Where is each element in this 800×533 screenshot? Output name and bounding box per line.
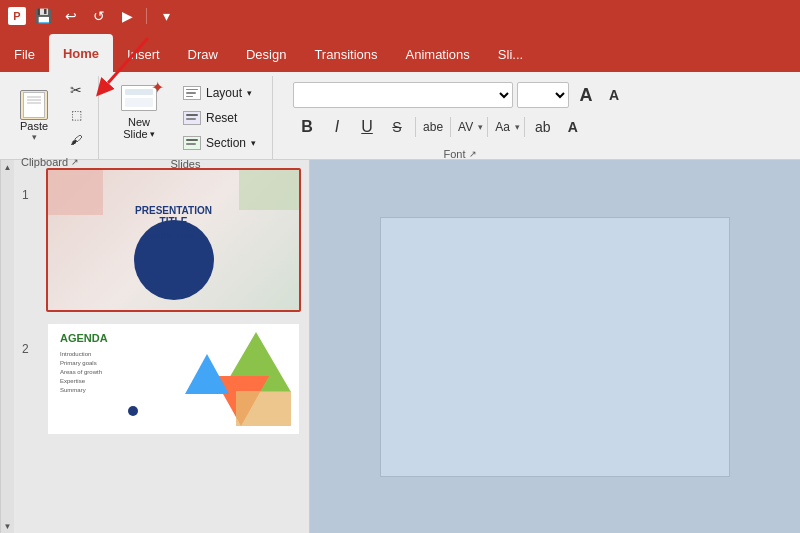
copy-button[interactable]: ⬚ [62,103,90,127]
app-icon: P [8,7,26,25]
clipboard-expand-icon[interactable]: ↗ [71,157,79,167]
slide-label: Slide ▾ [123,128,154,140]
slide-2-text: Introduction Primary goals Areas of grow… [60,350,102,395]
slide-number-1: 1 [22,168,38,202]
slide-2-image: AGENDA Introduction Primary goals Areas … [48,324,299,434]
tab-home[interactable]: Home [49,34,113,72]
font-row-2: B I U S abe AV ▾ Aa ▾ ab A [293,114,627,140]
paste-paper-icon [23,92,45,118]
clipboard-small-buttons: ✂ ⬚ 🖌 [62,78,90,152]
tab-transitions[interactable]: Transitions [300,36,391,72]
scroll-down-arrow[interactable]: ▼ [1,519,15,533]
slide1-green-rect [239,170,299,210]
main-area: ▲ ▼ 1 PRESENTATION TITLE Subtitle Name [0,160,800,533]
increase-font-size-button[interactable]: A [573,82,599,108]
paste-dropdown-arrow: ▾ [32,132,37,142]
case-label: Aa [492,120,513,134]
slides-group-content: ✦ New Slide ▾ [109,78,262,158]
section-button[interactable]: Section ▾ [177,132,262,154]
ribbon-group-clipboard: Paste ▾ ✂ ⬚ 🖌 Clipboard ↗ [0,76,99,159]
new-slide-dropdown-icon: ▾ [150,129,155,139]
ribbon-tabs: File Home Insert Draw Design Transitions… [0,32,800,72]
slide-2-thumbnail[interactable]: AGENDA Introduction Primary goals Areas … [46,322,301,436]
format-painter-icon: 🖌 [70,133,82,147]
tab-insert[interactable]: Insert [113,36,174,72]
copy-icon: ⬚ [71,108,82,122]
clipboard-content: Paste ▾ ✂ ⬚ 🖌 [10,78,90,156]
cut-icon: ✂ [70,82,82,98]
slide-canvas [380,217,730,477]
slide-1-thumbnail[interactable]: PRESENTATION TITLE Subtitle Name [46,168,301,312]
font-row-1: A A [293,82,627,108]
format-painter-button[interactable]: 🖌 [62,128,90,152]
font-size-buttons: A A [573,82,627,108]
ribbon-group-slides: ✦ New Slide ▾ [99,76,273,159]
format-separator-2 [450,117,451,137]
clipboard-group-label: Clipboard ↗ [10,156,90,170]
title-bar: P 💾 ↩ ↺ ▶ ▾ [0,0,800,32]
list-item: 2 AGENDA Introduction Primary goals Area… [22,322,301,436]
font-size-select[interactable] [517,82,569,108]
reset-button[interactable]: Reset [177,107,262,129]
font-group-content: A A B I U S abe AV ▾ Aa ▾ [281,78,639,148]
font-color-icon: A [568,119,578,135]
decrease-font-size-button[interactable]: A [601,82,627,108]
italic-button[interactable]: I [323,114,351,140]
font-family-select[interactable] [293,82,513,108]
font-color-button[interactable]: A [559,114,587,140]
bold-button[interactable]: B [293,114,321,140]
tab-design[interactable]: Design [232,36,300,72]
char-spacing-label: AV [455,120,476,134]
slide2-blue-triangle [185,354,229,394]
cut-button[interactable]: ✂ [62,78,90,102]
clear-formatting-button[interactable]: ab [529,114,557,140]
new-slide-label: New [128,116,150,128]
strikethrough-button[interactable]: S [383,114,411,140]
canvas-area [310,160,800,533]
slide2-yellow-rect [236,391,291,426]
paste-icon [16,82,52,120]
slides-sidebar: ▲ ▼ 1 PRESENTATION TITLE Subtitle Name [0,160,310,533]
slide-number-2: 2 [22,322,38,356]
new-slide-area: ✦ New Slide ▾ [109,78,169,142]
tab-slideshow[interactable]: Sli... [484,36,537,72]
ribbon-body: Paste ▾ ✂ ⬚ 🖌 Clipboard ↗ [0,72,800,160]
tab-file[interactable]: File [0,36,49,72]
tab-animations[interactable]: Animations [392,36,484,72]
format-separator-3 [487,117,488,137]
font-group-label: Font ↗ [281,148,639,162]
present-button[interactable]: ▶ [116,5,138,27]
section-icon [183,136,201,150]
layout-icon [183,86,201,100]
new-slide-star-icon: ✦ [151,78,164,97]
font-controls: A A B I U S abe AV ▾ Aa ▾ [281,78,639,144]
ribbon-group-font: A A B I U S abe AV ▾ Aa ▾ [273,76,647,159]
char-spacing-dropdown: ▾ [478,122,483,132]
new-slide-icon: ✦ [117,80,161,116]
slide-thumbnail-icon: ✦ [121,85,157,111]
slide-1-title: PRESENTATION TITLE [135,205,212,227]
format-separator [415,117,416,137]
slide-1-bg: PRESENTATION TITLE Subtitle Name [48,170,299,310]
layout-dropdown-icon: ▾ [247,88,252,98]
customize-button[interactable]: ▾ [155,5,177,27]
redo-button[interactable]: ↺ [88,5,110,27]
reset-icon [183,111,201,125]
slide-2-bg: AGENDA Introduction Primary goals Areas … [48,324,299,434]
format-separator-4 [524,117,525,137]
new-slide-button[interactable]: ✦ New Slide ▾ [109,78,169,142]
save-button[interactable]: 💾 [32,5,54,27]
undo-button[interactable]: ↩ [60,5,82,27]
font-expand-icon[interactable]: ↗ [469,149,477,159]
slides-panel: 1 PRESENTATION TITLE Subtitle Name [14,160,310,533]
paste-label: Paste [20,120,48,132]
underline-button[interactable]: U [353,114,381,140]
paste-button[interactable]: Paste ▾ [10,78,58,146]
slide1-pink-rect [48,170,103,215]
section-dropdown-icon: ▾ [251,138,256,148]
title-bar-separator [146,8,147,24]
layout-buttons: Layout ▾ Reset Section ▾ [177,78,262,154]
vertical-scrollbar[interactable]: ▲ ▼ [0,160,14,533]
layout-button[interactable]: Layout ▾ [177,82,262,104]
tab-draw[interactable]: Draw [174,36,232,72]
